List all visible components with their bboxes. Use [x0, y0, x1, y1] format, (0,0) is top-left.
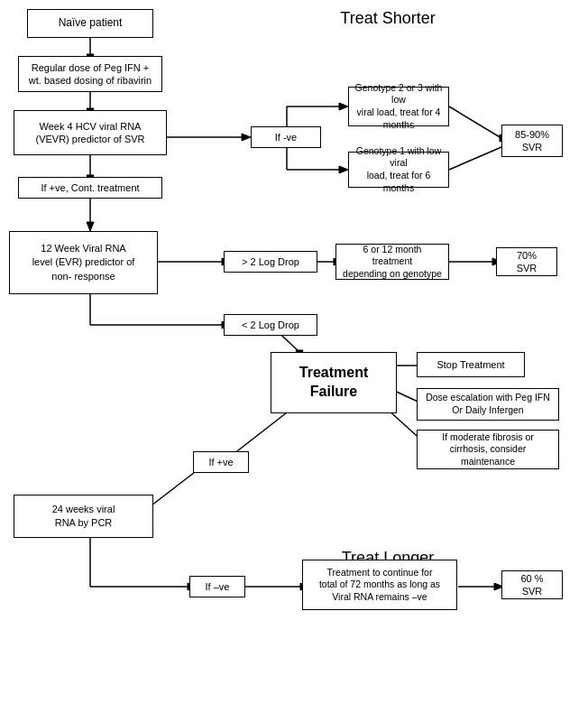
genotype23-box: Genotype 2 or 3 with lowviral load, trea…	[348, 87, 449, 126]
svg-marker-9	[242, 134, 251, 141]
12week-box: 12 Week Viral RNAlevel (EVR) predictor o…	[9, 231, 158, 294]
svg-marker-12	[339, 103, 348, 110]
naive-patient-box: Naïve patient	[27, 9, 153, 38]
2logdrop-pos-box: > 2 Log Drop	[224, 251, 317, 273]
svg-marker-7	[87, 222, 94, 231]
diagram: Naïve patient Regular dose of Peg IFN +w…	[0, 0, 588, 713]
ifneg-bot-box: If –ve	[189, 576, 245, 597]
svg-marker-15	[339, 166, 348, 173]
regular-dose-box: Regular dose of Peg IFN +wt. based dosin…	[18, 56, 162, 92]
genotype1-box: Genotype 1 with low viralload, treat for…	[348, 152, 449, 188]
treat-shorter-title: Treat Shorter	[298, 9, 478, 28]
dose-escalation-box: Dose escalation with Peg IFNOr Daily Inf…	[417, 388, 559, 421]
moderate-fibrosis-box: If moderate fibrosis orcirrhosis, consid…	[417, 430, 559, 469]
70svr-box: 70%SVR	[496, 247, 557, 276]
24weeks-box: 24 weeks viralRNA by PCR	[14, 495, 153, 538]
treatment-failure-box: TreatmentFailure	[271, 352, 397, 413]
svg-line-17	[449, 147, 501, 170]
ifpos-box: If +ve	[193, 451, 249, 473]
week4-box: Week 4 HCV viral RNA(VEVR) predictor of …	[14, 110, 167, 155]
ifneg-top-box: If -ve	[251, 126, 321, 148]
2logdrop-neg-box: < 2 Log Drop	[224, 314, 317, 336]
ifpos-cont-box: If +ve, Cont. treatment	[18, 177, 162, 199]
stop-treatment-box: Stop Treatment	[417, 352, 525, 377]
60svr-box: 60 %SVR	[501, 570, 563, 599]
6or12-box: 6 or 12 month treatmentdepending on geno…	[335, 244, 449, 280]
svg-line-16	[449, 106, 501, 138]
72months-box: Treatment to continue fortotal of 72 mon…	[302, 560, 457, 610]
8590-svr-box: 85-90%SVR	[501, 125, 563, 157]
